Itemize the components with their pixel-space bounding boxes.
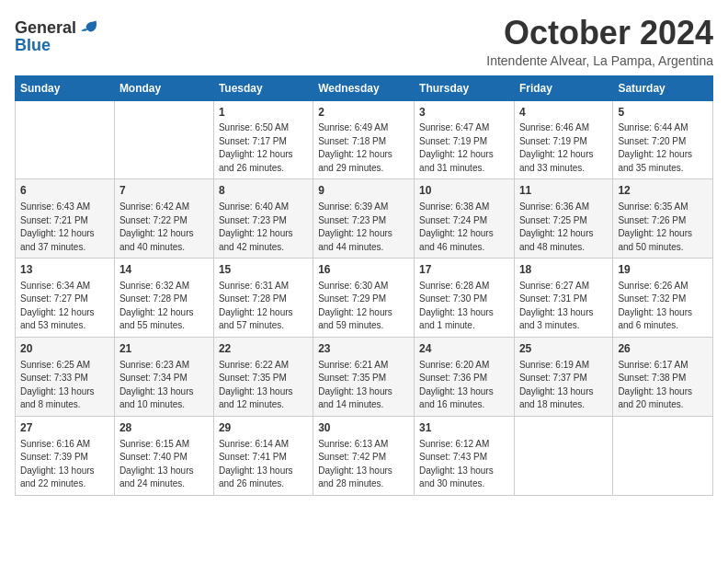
- calendar-cell: [16, 100, 115, 179]
- day-number: 29: [219, 420, 308, 436]
- calendar-cell: 17Sunrise: 6:28 AM Sunset: 7:30 PM Dayli…: [415, 259, 515, 338]
- day-content: Sunrise: 6:39 AM Sunset: 7:23 PM Dayligh…: [318, 201, 409, 254]
- day-content: Sunrise: 6:42 AM Sunset: 7:22 PM Dayligh…: [119, 201, 209, 254]
- day-number: 20: [20, 341, 109, 357]
- day-content: Sunrise: 6:16 AM Sunset: 7:39 PM Dayligh…: [20, 438, 109, 491]
- day-content: Sunrise: 6:26 AM Sunset: 7:32 PM Dayligh…: [618, 280, 708, 333]
- calendar-cell: 7Sunrise: 6:42 AM Sunset: 7:22 PM Daylig…: [114, 179, 213, 259]
- calendar-cell: 22Sunrise: 6:22 AM Sunset: 7:35 PM Dayli…: [213, 337, 313, 416]
- calendar-cell: 5Sunrise: 6:44 AM Sunset: 7:20 PM Daylig…: [613, 100, 713, 179]
- day-number: 26: [618, 341, 708, 357]
- day-number: 5: [618, 105, 708, 121]
- calendar-cell: 10Sunrise: 6:38 AM Sunset: 7:24 PM Dayli…: [415, 179, 515, 259]
- day-number: 19: [618, 262, 708, 278]
- subtitle: Intendente Alvear, La Pampa, Argentina: [486, 53, 713, 68]
- day-content: Sunrise: 6:17 AM Sunset: 7:38 PM Dayligh…: [618, 359, 708, 412]
- calendar-cell: 26Sunrise: 6:17 AM Sunset: 7:38 PM Dayli…: [613, 337, 713, 416]
- day-number: 16: [318, 262, 409, 278]
- header-friday: Friday: [514, 75, 612, 100]
- week-row-5: 27Sunrise: 6:16 AM Sunset: 7:39 PM Dayli…: [16, 416, 713, 495]
- calendar-cell: 16Sunrise: 6:30 AM Sunset: 7:29 PM Dayli…: [313, 259, 415, 338]
- day-content: Sunrise: 6:30 AM Sunset: 7:29 PM Dayligh…: [318, 280, 409, 333]
- day-content: Sunrise: 6:47 AM Sunset: 7:19 PM Dayligh…: [419, 121, 509, 175]
- day-content: Sunrise: 6:28 AM Sunset: 7:30 PM Dayligh…: [419, 280, 509, 333]
- calendar-cell: 18Sunrise: 6:27 AM Sunset: 7:31 PM Dayli…: [514, 259, 612, 338]
- day-number: 6: [20, 183, 109, 199]
- day-number: 8: [219, 183, 308, 199]
- calendar-cell: [613, 416, 713, 495]
- month-title: October 2024: [486, 15, 713, 52]
- day-content: Sunrise: 6:27 AM Sunset: 7:31 PM Dayligh…: [519, 280, 608, 333]
- day-content: Sunrise: 6:21 AM Sunset: 7:35 PM Dayligh…: [318, 359, 409, 412]
- week-row-3: 13Sunrise: 6:34 AM Sunset: 7:27 PM Dayli…: [16, 259, 713, 338]
- day-number: 13: [20, 262, 109, 278]
- day-content: Sunrise: 6:25 AM Sunset: 7:33 PM Dayligh…: [20, 359, 109, 412]
- day-number: 31: [419, 420, 509, 436]
- logo-blue-text: Blue: [15, 37, 51, 53]
- day-number: 9: [318, 183, 409, 199]
- calendar-cell: 27Sunrise: 6:16 AM Sunset: 7:39 PM Dayli…: [16, 416, 115, 495]
- day-number: 30: [318, 420, 409, 436]
- header-wednesday: Wednesday: [313, 75, 415, 100]
- week-row-2: 6Sunrise: 6:43 AM Sunset: 7:21 PM Daylig…: [16, 179, 713, 259]
- day-number: 28: [119, 420, 209, 436]
- calendar-table: SundayMondayTuesdayWednesdayThursdayFrid…: [15, 75, 713, 496]
- header-monday: Monday: [114, 75, 213, 100]
- calendar-cell: 24Sunrise: 6:20 AM Sunset: 7:36 PM Dayli…: [415, 337, 515, 416]
- header-saturday: Saturday: [613, 75, 713, 100]
- day-number: 23: [318, 341, 409, 357]
- calendar-cell: 4Sunrise: 6:46 AM Sunset: 7:19 PM Daylig…: [514, 100, 612, 179]
- day-content: Sunrise: 6:20 AM Sunset: 7:36 PM Dayligh…: [419, 359, 509, 412]
- day-content: Sunrise: 6:38 AM Sunset: 7:24 PM Dayligh…: [419, 201, 509, 254]
- calendar-body: 1Sunrise: 6:50 AM Sunset: 7:17 PM Daylig…: [16, 100, 713, 495]
- calendar-cell: [114, 100, 213, 179]
- week-row-4: 20Sunrise: 6:25 AM Sunset: 7:33 PM Dayli…: [16, 337, 713, 416]
- calendar-cell: [514, 416, 612, 495]
- day-number: 27: [20, 420, 109, 436]
- calendar-cell: 8Sunrise: 6:40 AM Sunset: 7:23 PM Daylig…: [213, 179, 313, 259]
- day-content: Sunrise: 6:34 AM Sunset: 7:27 PM Dayligh…: [20, 280, 109, 333]
- day-number: 21: [119, 341, 209, 357]
- day-number: 7: [119, 183, 209, 199]
- day-content: Sunrise: 6:49 AM Sunset: 7:18 PM Dayligh…: [318, 121, 409, 175]
- calendar-cell: 31Sunrise: 6:12 AM Sunset: 7:43 PM Dayli…: [415, 416, 515, 495]
- day-number: 11: [519, 183, 608, 199]
- day-number: 12: [618, 183, 708, 199]
- header-thursday: Thursday: [415, 75, 515, 100]
- calendar-cell: 19Sunrise: 6:26 AM Sunset: 7:32 PM Dayli…: [613, 259, 713, 338]
- calendar-cell: 29Sunrise: 6:14 AM Sunset: 7:41 PM Dayli…: [213, 416, 313, 495]
- day-number: 17: [419, 262, 509, 278]
- day-number: 24: [419, 341, 509, 357]
- calendar-cell: 28Sunrise: 6:15 AM Sunset: 7:40 PM Dayli…: [114, 416, 213, 495]
- day-number: 10: [419, 183, 509, 199]
- calendar-header: SundayMondayTuesdayWednesdayThursdayFrid…: [16, 75, 713, 100]
- calendar-cell: 15Sunrise: 6:31 AM Sunset: 7:28 PM Dayli…: [213, 259, 313, 338]
- day-content: Sunrise: 6:46 AM Sunset: 7:19 PM Dayligh…: [519, 121, 608, 175]
- calendar-cell: 13Sunrise: 6:34 AM Sunset: 7:27 PM Dayli…: [16, 259, 115, 338]
- header-sunday: Sunday: [16, 75, 115, 100]
- header-row: SundayMondayTuesdayWednesdayThursdayFrid…: [16, 75, 713, 100]
- day-number: 14: [119, 262, 209, 278]
- calendar-cell: 23Sunrise: 6:21 AM Sunset: 7:35 PM Dayli…: [313, 337, 415, 416]
- day-number: 4: [519, 105, 608, 121]
- day-content: Sunrise: 6:23 AM Sunset: 7:34 PM Dayligh…: [119, 359, 209, 412]
- day-content: Sunrise: 6:15 AM Sunset: 7:40 PM Dayligh…: [119, 438, 209, 491]
- day-content: Sunrise: 6:44 AM Sunset: 7:20 PM Dayligh…: [618, 121, 708, 175]
- day-content: Sunrise: 6:40 AM Sunset: 7:23 PM Dayligh…: [219, 201, 308, 254]
- calendar-cell: 12Sunrise: 6:35 AM Sunset: 7:26 PM Dayli…: [613, 179, 713, 259]
- day-number: 18: [519, 262, 608, 278]
- day-content: Sunrise: 6:36 AM Sunset: 7:25 PM Dayligh…: [519, 201, 608, 254]
- logo-bird-icon: [80, 18, 98, 37]
- day-content: Sunrise: 6:13 AM Sunset: 7:42 PM Dayligh…: [318, 438, 409, 491]
- day-number: 3: [419, 105, 509, 121]
- day-content: Sunrise: 6:14 AM Sunset: 7:41 PM Dayligh…: [219, 438, 308, 491]
- calendar-cell: 6Sunrise: 6:43 AM Sunset: 7:21 PM Daylig…: [16, 179, 115, 259]
- logo: General Blue: [15, 18, 98, 53]
- calendar-cell: 9Sunrise: 6:39 AM Sunset: 7:23 PM Daylig…: [313, 179, 415, 259]
- day-number: 22: [219, 341, 308, 357]
- day-content: Sunrise: 6:50 AM Sunset: 7:17 PM Dayligh…: [219, 121, 308, 175]
- day-number: 25: [519, 341, 608, 357]
- day-content: Sunrise: 6:22 AM Sunset: 7:35 PM Dayligh…: [219, 359, 308, 412]
- calendar-cell: 3Sunrise: 6:47 AM Sunset: 7:19 PM Daylig…: [415, 100, 515, 179]
- day-content: Sunrise: 6:31 AM Sunset: 7:28 PM Dayligh…: [219, 280, 308, 333]
